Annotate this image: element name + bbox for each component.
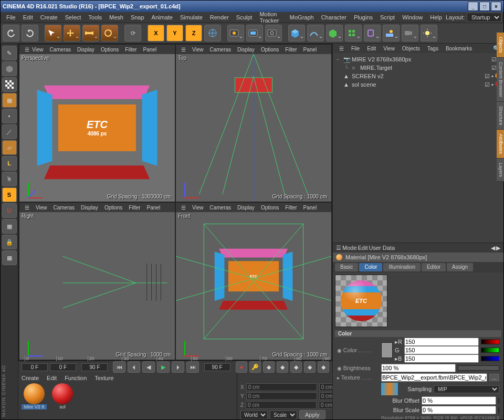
key-param-toggle[interactable]: ◆ (304, 361, 316, 373)
vp-menu-options[interactable]: Options (98, 46, 122, 53)
color-g-field[interactable] (404, 346, 479, 354)
menu-select[interactable]: Select (61, 13, 85, 22)
texture-path-field[interactable] (381, 373, 487, 382)
lock-x-toggle[interactable]: X (148, 25, 164, 41)
menu-plugins[interactable]: Plugins (350, 13, 376, 22)
viewport-right[interactable]: ☰ View Cameras Display Options Filter Pa… (19, 203, 175, 360)
tab-attributes[interactable]: Attributes (497, 130, 504, 159)
tab-color[interactable]: Color (359, 263, 382, 271)
add-cube-button[interactable] (288, 25, 305, 41)
redo-button[interactable] (22, 25, 38, 41)
object-tree-item[interactable]: −📷MIRE V2 8768x3680px☑ • (336, 55, 500, 64)
autokey-button[interactable]: 🔑 (249, 361, 261, 373)
sampling-select[interactable]: MIP (434, 385, 499, 393)
key-scale-toggle[interactable]: ◆ (277, 361, 288, 373)
color-b-field[interactable] (404, 354, 479, 363)
key-pla-toggle[interactable]: ◆ (318, 361, 329, 373)
menu-character[interactable]: Character (318, 13, 350, 22)
lock-y-toggle[interactable]: Y (166, 25, 183, 41)
add-deformer-button[interactable] (364, 25, 381, 41)
mat-menu-edit[interactable]: Edit (47, 375, 57, 381)
obj-menu-file[interactable]: File (348, 45, 363, 52)
key-pos-toggle[interactable]: ◆ (263, 361, 275, 373)
obj-menu-tags[interactable]: Tags (424, 45, 442, 52)
render-view-button[interactable] (227, 25, 244, 41)
lock-z-toggle[interactable]: Z (185, 25, 202, 41)
material-item[interactable]: Mire V2 8 (22, 383, 47, 410)
texture-browse-button[interactable]: ... (489, 374, 499, 381)
mat-menu-texture[interactable]: Texture (94, 375, 113, 381)
slider-blurscale[interactable] (498, 407, 499, 413)
add-generator-button[interactable] (326, 25, 343, 41)
pos-y-field[interactable] (246, 392, 317, 400)
tweak-tool[interactable]: 🖱 (2, 172, 17, 186)
vp-menu-panel[interactable]: Panel (140, 46, 160, 53)
tab-content-browser[interactable]: Content Browser (497, 58, 504, 102)
coord-system-toggle[interactable] (204, 25, 221, 41)
tab-layers[interactable]: Layers (497, 159, 504, 182)
viewport-top[interactable]: ☰ View Cameras Display Options Filter Pa… (176, 45, 331, 202)
play-button[interactable]: ▶ (157, 361, 170, 373)
vp-menu-view[interactable]: View (29, 46, 47, 53)
scale-tool[interactable] (82, 25, 99, 41)
blurscale-field[interactable] (422, 406, 496, 414)
goto-end-button[interactable]: ⏭ (186, 361, 199, 373)
add-spline-button[interactable] (307, 25, 324, 41)
slider-g[interactable] (481, 348, 499, 353)
lock-tool[interactable]: 🔒 (2, 235, 17, 249)
material-preview[interactable]: ETC (335, 275, 387, 327)
menu-sculpt[interactable]: Sculpt (233, 13, 256, 22)
tab-basic[interactable]: Basic (335, 263, 358, 271)
attr-menu-edit[interactable]: Edit (358, 245, 368, 251)
vp-menu-display[interactable]: Display (74, 46, 98, 53)
menu-edit[interactable]: Edit (19, 13, 37, 22)
maximize-button[interactable]: □ (479, 2, 490, 11)
coord-mode-select[interactable]: Scale (270, 411, 297, 419)
close-button[interactable]: × (491, 2, 501, 11)
add-array-button[interactable] (345, 25, 362, 41)
menu-create[interactable]: Create (37, 13, 61, 22)
object-tree-item[interactable]: ▲SCREEN v2☑ • (336, 72, 500, 80)
workplane-tool[interactable]: ▦ (2, 93, 17, 108)
make-editable-tool[interactable]: ✎ (2, 46, 17, 60)
grid-tool[interactable]: ▦ (2, 250, 17, 265)
menu-help[interactable]: Help (426, 13, 446, 22)
undo-button[interactable] (3, 25, 19, 41)
viewport-front[interactable]: ☰ View Cameras Display Options Filter Pa… (176, 203, 331, 360)
vp-menu-filter[interactable]: Filter (122, 46, 140, 53)
edge-mode-tool[interactable]: ／ (2, 124, 17, 139)
snap-toggle[interactable]: S (2, 187, 17, 202)
color-swatch[interactable] (381, 342, 393, 358)
menu-mograph[interactable]: MoGraph (286, 13, 318, 22)
material-item[interactable]: sol (50, 383, 75, 410)
history-button[interactable]: ⟳ (124, 25, 141, 41)
bluroffset-field[interactable] (422, 396, 496, 405)
goto-start-button[interactable]: ⏮ (113, 361, 125, 373)
workplane-button[interactable]: ▦ (2, 219, 17, 234)
obj-menu-objects[interactable]: Objects (399, 45, 423, 52)
step-fwd-button[interactable]: ⏵ (172, 361, 184, 373)
add-light-button[interactable] (421, 25, 437, 41)
record-button[interactable]: ● (236, 361, 247, 373)
menu-mesh[interactable]: Mesh (106, 13, 127, 22)
menu-script[interactable]: Script (376, 13, 398, 22)
menu-tools[interactable]: Tools (85, 13, 106, 22)
obj-menu-edit[interactable]: Edit (364, 45, 379, 52)
mat-menu-create[interactable]: Create (22, 375, 39, 381)
attr-menu-userdata[interactable]: User Data (369, 245, 395, 251)
select-tool[interactable] (45, 25, 61, 41)
coord-space-select[interactable]: World (240, 411, 268, 419)
current-frame-field[interactable] (50, 363, 76, 371)
move-tool[interactable] (64, 25, 80, 41)
vp-menu-cameras[interactable]: Cameras (47, 46, 75, 53)
pos-x-field[interactable] (246, 383, 317, 391)
tab-editor[interactable]: Editor (422, 263, 446, 271)
menu-render[interactable]: Render (206, 13, 233, 22)
add-camera-button[interactable] (402, 25, 418, 41)
magnet-tool[interactable]: U (2, 203, 17, 218)
model-mode-tool[interactable] (2, 61, 17, 76)
nav-fwd-icon[interactable]: ▶ (496, 245, 500, 251)
tab-illumination[interactable]: Illumination (383, 263, 421, 271)
texture-mode-tool[interactable] (2, 77, 17, 92)
object-tree-item[interactable]: ▲sol scene☑ • (336, 80, 500, 89)
